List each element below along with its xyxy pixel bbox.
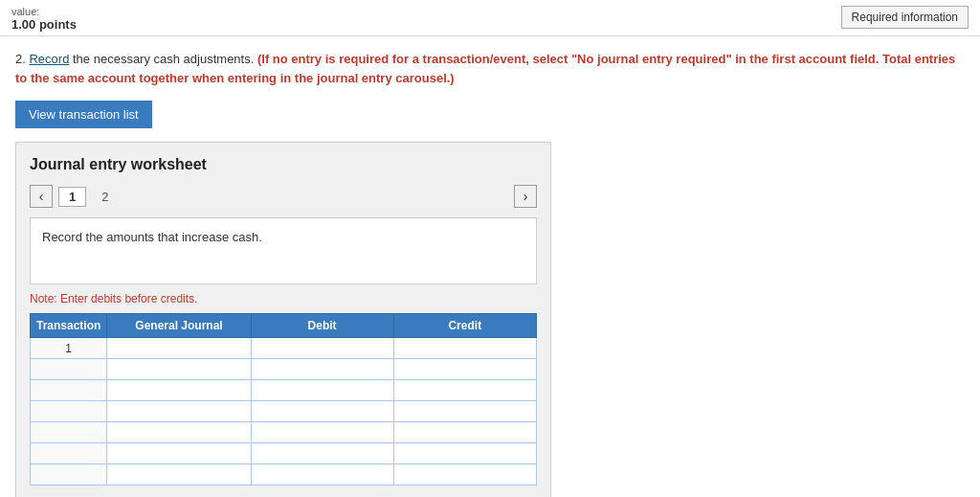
main-content: 2. Record the necessary cash adjustments… (0, 36, 980, 497)
credit-input[interactable] (394, 338, 536, 358)
tab-1[interactable]: 1 (58, 187, 86, 207)
debit-input[interactable] (252, 401, 393, 421)
debit-input[interactable] (252, 443, 393, 463)
cell-debit[interactable] (251, 422, 393, 443)
journal-input[interactable] (107, 422, 250, 442)
top-bar: value: 1.00 points Required information (0, 0, 980, 36)
credit-input[interactable] (394, 422, 536, 442)
instruction-text: 2. Record the necessary cash adjustments… (15, 50, 965, 87)
credit-input[interactable] (394, 443, 536, 463)
value-section: value: 1.00 points (11, 6, 77, 32)
worksheet-container: Journal entry worksheet ‹ 1 2 › Record t… (15, 142, 551, 497)
description-text: Record the amounts that increase cash. (42, 230, 262, 244)
journal-input[interactable] (107, 359, 250, 379)
note-text: Note: Enter debits before credits. (30, 292, 537, 305)
value-label: value: (11, 6, 77, 17)
instruction-text-part: the necessary cash adjustments. (69, 52, 257, 66)
credit-input[interactable] (394, 464, 536, 485)
cell-journal[interactable] (107, 338, 251, 359)
journal-input[interactable] (107, 338, 250, 358)
cell-journal[interactable] (107, 443, 251, 464)
required-info-button[interactable]: Required information (841, 6, 969, 29)
journal-input[interactable] (107, 443, 250, 463)
table-row (31, 443, 537, 464)
points-value: 1.00 points (11, 17, 77, 32)
cell-debit[interactable] (251, 338, 393, 359)
debit-input[interactable] (252, 359, 393, 379)
nav-row: ‹ 1 2 › (30, 185, 537, 208)
cell-transaction (31, 464, 107, 486)
col-debit: Debit (251, 314, 393, 338)
cell-credit[interactable] (393, 380, 536, 401)
col-transaction: Transaction (31, 314, 107, 338)
debit-input[interactable] (252, 464, 393, 485)
cell-credit[interactable] (393, 464, 536, 486)
worksheet-title: Journal entry worksheet (30, 156, 537, 173)
table-row (31, 464, 537, 486)
debit-input[interactable] (252, 338, 393, 358)
cell-journal[interactable] (107, 401, 251, 422)
table-row (31, 422, 537, 443)
prev-arrow-button[interactable]: ‹ (30, 185, 53, 208)
journal-table: Transaction General Journal Debit Credit… (30, 313, 537, 486)
debit-input[interactable] (252, 422, 393, 442)
next-arrow-button[interactable]: › (514, 185, 537, 208)
credit-input[interactable] (394, 401, 536, 421)
cell-credit[interactable] (393, 422, 536, 443)
table-row: 1 (31, 338, 537, 359)
col-general-journal: General Journal (107, 314, 251, 338)
journal-input[interactable] (107, 464, 250, 485)
cell-credit[interactable] (393, 338, 536, 359)
description-box: Record the amounts that increase cash. (30, 217, 537, 284)
instruction-number: 2. (15, 52, 29, 66)
cell-credit[interactable] (393, 359, 536, 380)
credit-input[interactable] (394, 380, 536, 400)
record-word: Record (29, 52, 69, 66)
cell-journal[interactable] (107, 359, 251, 380)
cell-transaction (31, 443, 107, 464)
table-header-row: Transaction General Journal Debit Credit (31, 314, 537, 338)
view-transaction-button[interactable]: View transaction list (15, 101, 152, 128)
credit-input[interactable] (394, 359, 536, 379)
cell-debit[interactable] (251, 401, 393, 422)
table-row (31, 359, 537, 380)
cell-transaction (31, 401, 107, 422)
cell-journal[interactable] (107, 422, 251, 443)
table-row (31, 380, 537, 401)
cell-journal[interactable] (107, 464, 251, 486)
cell-transaction (31, 422, 107, 443)
cell-debit[interactable] (251, 464, 393, 486)
cell-transaction (31, 380, 107, 401)
col-credit: Credit (393, 314, 536, 338)
cell-transaction (31, 359, 107, 380)
cell-credit[interactable] (393, 443, 536, 464)
journal-input[interactable] (107, 401, 250, 421)
table-row (31, 401, 537, 422)
cell-debit[interactable] (251, 380, 393, 401)
cell-credit[interactable] (393, 401, 536, 422)
tab-2[interactable]: 2 (92, 188, 118, 206)
cell-transaction: 1 (31, 338, 107, 359)
debit-input[interactable] (252, 380, 393, 400)
cell-journal[interactable] (107, 380, 251, 401)
journal-input[interactable] (107, 380, 250, 400)
cell-debit[interactable] (251, 443, 393, 464)
cell-debit[interactable] (251, 359, 393, 380)
